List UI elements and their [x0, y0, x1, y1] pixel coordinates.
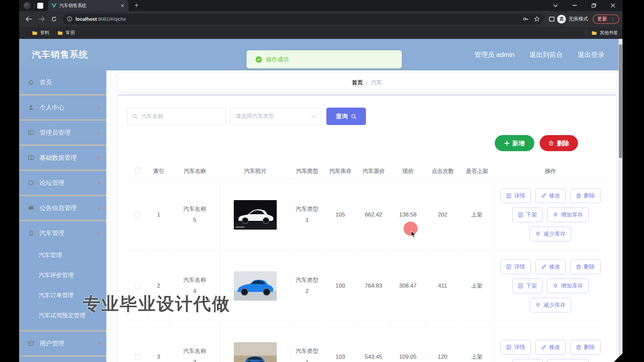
off-shelf-button[interactable]: 下架	[512, 279, 543, 293]
browser-profile-icon[interactable]	[23, 2, 31, 9]
tab-title: 汽车销售系统	[59, 3, 120, 9]
users-icon	[28, 340, 34, 347]
detail-button[interactable]: 详情	[500, 340, 531, 355]
car-name-input[interactable]	[141, 113, 221, 120]
reload-icon[interactable]	[51, 16, 57, 22]
car-name-input-wrap	[127, 108, 226, 125]
sidebar-subitem-car-review[interactable]: 汽车评价管理	[19, 265, 106, 285]
forward-icon[interactable]	[38, 16, 45, 22]
add-button[interactable]: 新增	[495, 135, 534, 151]
edit-button[interactable]: 修改	[535, 340, 566, 355]
exit-to-front-link[interactable]: 退出到前台	[529, 50, 563, 59]
chevron-right-icon	[98, 206, 100, 210]
breadcrumb-current: 汽车	[371, 79, 382, 86]
tab-close-icon[interactable]: ✕	[120, 3, 125, 8]
browser-tab[interactable]: 汽车销售系统 ✕	[48, 0, 128, 11]
divider	[586, 30, 586, 36]
delete-row-button[interactable]: 删除	[570, 259, 601, 274]
car-photo-white-car	[234, 200, 277, 230]
chevron-right-icon	[98, 181, 100, 185]
breadcrumb: 首页 / 汽车	[117, 73, 616, 92]
sidebar-item-car-management[interactable]: 汽车管理	[19, 221, 106, 245]
content-card: 请选择汽车类型 查询 新增	[117, 95, 616, 362]
pen-icon	[541, 193, 546, 198]
doc-icon	[518, 283, 523, 289]
row-checkbox[interactable]	[135, 354, 140, 360]
car-icon	[28, 230, 34, 236]
bookmark-folder-ziliao[interactable]: 资料	[32, 30, 49, 36]
home-icon	[28, 79, 34, 85]
off-shelf-button[interactable]: 下架	[512, 207, 543, 222]
forum-icon	[28, 180, 34, 186]
search-icon	[351, 114, 357, 119]
browser-tab-bar: 汽车销售系统 ✕ +	[19, 0, 623, 11]
delete-row-button[interactable]: 删除	[570, 188, 601, 203]
query-button[interactable]: 查询	[326, 108, 366, 125]
address-bar[interactable]: localhost:8081/#/qiche	[63, 14, 544, 24]
minimize-icon[interactable]	[573, 5, 577, 6]
pen-icon	[541, 345, 546, 350]
sidebar-subitem-car-management[interactable]: 汽车管理	[19, 245, 106, 265]
bookmark-star-icon[interactable]	[534, 16, 540, 22]
id-card-icon	[28, 129, 34, 136]
sidebar-item-carousel-info[interactable]: 轮播图信息	[19, 357, 106, 362]
chevron-right-icon	[98, 131, 100, 134]
off-shelf-button[interactable]: 下架	[512, 359, 543, 362]
sidebar-item-forum-management[interactable]: 论坛管理	[19, 171, 106, 195]
browser-menu-icon[interactable]: ⋮	[610, 17, 615, 21]
delete-row-button[interactable]: 删除	[570, 340, 601, 355]
password-key-icon[interactable]	[523, 16, 529, 22]
table-header: 索引 汽车名称 汽车照片 汽车类型 汽车库存 汽车原价 现价 点击次数 是否上架…	[127, 163, 607, 179]
pin-icon	[535, 231, 541, 237]
scrollbar-thumb[interactable]	[619, 44, 622, 158]
select-all-checkbox[interactable]	[135, 168, 141, 173]
detail-button[interactable]: 详情	[500, 188, 531, 203]
row-checkbox[interactable]	[135, 283, 140, 289]
bookmark-folder-changyong[interactable]: 常用	[57, 30, 75, 36]
new-tab-button[interactable]: +	[135, 2, 139, 9]
sidebar-item-home[interactable]: 首页	[19, 70, 106, 94]
doc-icon	[506, 264, 512, 269]
chevron-down-icon[interactable]	[553, 4, 558, 7]
car-photo-blue-car-desert	[234, 342, 277, 362]
pinned-tab-icon[interactable]	[37, 3, 43, 9]
sidebar-item-personal-center[interactable]: 个人中心	[19, 96, 106, 119]
restore-icon[interactable]	[592, 3, 596, 8]
sidebar: 首页 个人中心 管理员管理 基础数据管理	[19, 70, 106, 362]
side-panel-icon[interactable]	[549, 17, 554, 21]
mouse-cursor	[411, 231, 417, 238]
sidebar-item-admin-management[interactable]: 管理员管理	[19, 121, 106, 144]
trash-icon	[576, 264, 581, 269]
row-checkbox[interactable]	[135, 212, 140, 218]
pin-icon	[553, 212, 558, 218]
sidebar-item-user-management[interactable]: 用户管理	[19, 331, 106, 355]
toast-message: 操作成功	[266, 56, 289, 63]
sidebar-item-basic-data[interactable]: 基础数据管理	[19, 146, 106, 170]
folder-icon	[591, 30, 597, 36]
site-info-icon[interactable]	[67, 16, 72, 22]
breadcrumb-home-link[interactable]: 首页	[352, 79, 363, 86]
increase-stock-button[interactable]: 增加库存	[547, 207, 589, 222]
page-scrollbar	[619, 39, 623, 362]
chevron-right-icon	[98, 106, 100, 109]
chevron-right-icon	[98, 232, 100, 235]
decrease-stock-button[interactable]: 减少库存	[530, 227, 571, 241]
folder-icon	[32, 30, 38, 36]
url-text: localhost:8081/#/qiche	[75, 16, 126, 22]
detail-button[interactable]: 详情	[500, 259, 531, 274]
car-type-select[interactable]: 请选择汽车类型	[230, 108, 321, 125]
browser-update-button[interactable]: 更新 ⋮	[593, 14, 619, 24]
close-window-icon[interactable]	[611, 3, 615, 8]
increase-stock-button[interactable]: 增加库存	[547, 359, 589, 362]
other-bookmarks-button[interactable]: 其他书签	[591, 30, 618, 36]
logout-link[interactable]: 退出登录	[578, 50, 604, 59]
delete-button[interactable]: 删除	[540, 135, 578, 151]
app-title: 汽车销售系统	[32, 49, 88, 61]
back-icon[interactable]	[25, 16, 32, 22]
decrease-stock-button[interactable]: 减少库存	[530, 298, 571, 312]
edit-button[interactable]: 修改	[535, 259, 566, 274]
edit-button[interactable]: 修改	[535, 188, 566, 203]
sidebar-item-notice-management[interactable]: 公告信息管理	[19, 196, 106, 220]
chevron-right-icon	[98, 156, 100, 160]
increase-stock-button[interactable]: 增加库存	[547, 279, 589, 293]
